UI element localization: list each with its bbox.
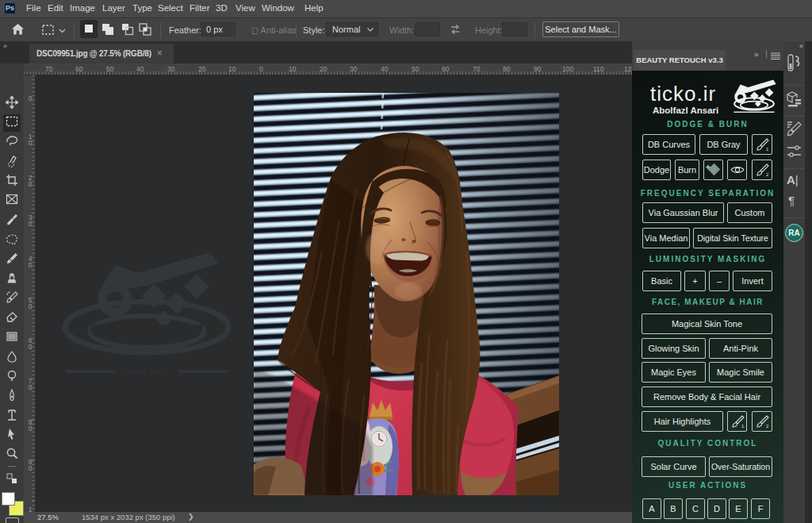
svg-text:1: 1 bbox=[766, 147, 769, 152]
svg-text:2: 2 bbox=[766, 424, 769, 429]
svg-text:1: 1 bbox=[741, 424, 745, 429]
svg-text:2: 2 bbox=[766, 172, 769, 177]
svg-text:▪▪▪▪▪ ▪▪▪▪: ▪▪▪▪▪ ▪▪▪▪ bbox=[128, 368, 166, 375]
